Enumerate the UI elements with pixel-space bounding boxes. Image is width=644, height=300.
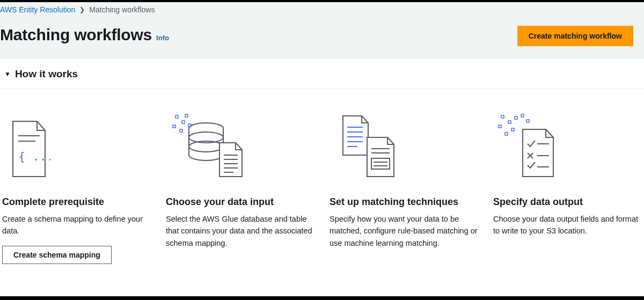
window-bottom-border: [0, 296, 644, 300]
card-desc: Specify how you want your data to be mat…: [330, 213, 478, 249]
how-it-works-cards: { ... } Complete prerequisite Create a s…: [0, 89, 644, 286]
card-specify-output: Specify data output Choose your data out…: [491, 111, 644, 264]
chevron-right-icon: ❯: [79, 6, 85, 13]
card-choose-data-input: Choose your data input Select the AWS Gl…: [164, 111, 317, 264]
svg-rect-28: [508, 121, 511, 123]
svg-rect-30: [515, 116, 517, 119]
create-schema-mapping-button[interactable]: Create schema mapping: [2, 246, 112, 264]
schema-file-icon: { ... }: [2, 111, 151, 180]
page-title: Matching workflows: [0, 26, 152, 44]
card-desc: Create a schema mapping to define your d…: [2, 213, 151, 237]
svg-rect-32: [526, 120, 529, 122]
card-title: Specify data output: [493, 196, 642, 208]
svg-rect-33: [511, 128, 514, 131]
svg-rect-8: [173, 125, 175, 128]
card-title: Complete prerequisite: [2, 196, 151, 208]
card-complete-prerequisite: { ... } Complete prerequisite Create a s…: [0, 111, 153, 264]
card-setup-matching: Set up matching techniques Specify how y…: [327, 111, 480, 264]
svg-rect-27: [501, 115, 504, 118]
card-desc: Select the AWS Glue database and table t…: [166, 213, 314, 249]
breadcrumb: AWS Entity Resolution ❯ Matching workflo…: [0, 2, 644, 17]
svg-rect-34: [505, 133, 508, 135]
svg-rect-10: [180, 129, 182, 132]
matching-docs-icon: [330, 111, 478, 180]
svg-rect-6: [175, 115, 178, 118]
breadcrumb-current: Matching workflows: [89, 5, 155, 14]
svg-rect-29: [499, 125, 501, 128]
how-it-works-title: How it works: [15, 68, 78, 80]
svg-rect-7: [182, 121, 185, 123]
card-title: Set up matching techniques: [330, 196, 478, 208]
caret-down-icon: ▼: [4, 70, 11, 78]
svg-rect-9: [185, 114, 188, 117]
how-it-works-toggle[interactable]: ▼ How it works: [0, 58, 644, 89]
page-header: Matching workflows Info Create matching …: [0, 17, 644, 58]
card-title: Choose your data input: [166, 196, 314, 208]
output-checklist-icon: [493, 111, 642, 180]
breadcrumb-root-link[interactable]: AWS Entity Resolution: [0, 5, 75, 14]
svg-rect-31: [521, 114, 524, 117]
svg-rect-24: [371, 158, 390, 169]
svg-text:{ ... }: { ... }: [18, 150, 50, 163]
how-it-works-section: ▼ How it works { ... } Complete prerequi…: [0, 58, 644, 286]
create-matching-workflow-button[interactable]: Create matching workflow: [517, 26, 633, 46]
database-file-icon: [166, 111, 314, 180]
info-link[interactable]: Info: [156, 34, 169, 42]
svg-rect-11: [188, 124, 191, 127]
card-desc: Choose your data output fields and forma…: [493, 213, 642, 237]
